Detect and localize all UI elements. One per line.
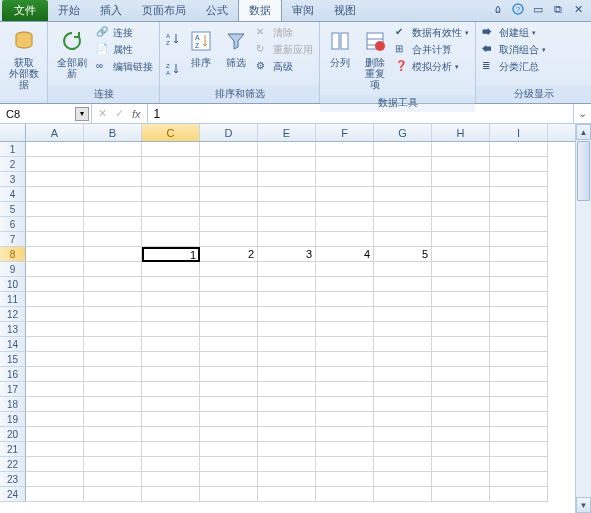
properties-button[interactable]: 📄属性 [94, 42, 155, 58]
cancel-icon[interactable]: ✕ [98, 107, 107, 120]
cell-H22[interactable] [432, 457, 490, 472]
cell-F3[interactable] [316, 172, 374, 187]
cell-F1[interactable] [316, 142, 374, 157]
cell-G7[interactable] [374, 232, 432, 247]
cell-I2[interactable] [490, 157, 548, 172]
cell-I17[interactable] [490, 382, 548, 397]
cell-C5[interactable] [142, 202, 200, 217]
cell-C22[interactable] [142, 457, 200, 472]
cell-E24[interactable] [258, 487, 316, 502]
cell-I12[interactable] [490, 307, 548, 322]
cell-A3[interactable] [26, 172, 84, 187]
cell-H19[interactable] [432, 412, 490, 427]
cell-B18[interactable] [84, 397, 142, 412]
cell-G13[interactable] [374, 322, 432, 337]
cell-G20[interactable] [374, 427, 432, 442]
cell-I11[interactable] [490, 292, 548, 307]
window-close-icon[interactable]: ✕ [571, 2, 585, 16]
cell-E11[interactable] [258, 292, 316, 307]
name-box-dropdown-icon[interactable]: ▾ [75, 107, 89, 121]
cell-E16[interactable] [258, 367, 316, 382]
cell-F7[interactable] [316, 232, 374, 247]
cell-E10[interactable] [258, 277, 316, 292]
cell-G22[interactable] [374, 457, 432, 472]
tab-file[interactable]: 文件 [2, 0, 48, 21]
cell-B14[interactable] [84, 337, 142, 352]
cell-E1[interactable] [258, 142, 316, 157]
cell-B17[interactable] [84, 382, 142, 397]
consolidate-button[interactable]: ⊞合并计算 [393, 42, 471, 58]
cell-E13[interactable] [258, 322, 316, 337]
subtotal-button[interactable]: ≣分类汇总 [480, 59, 548, 75]
row-header[interactable]: 1 [0, 142, 26, 157]
whatif-button[interactable]: ❓模拟分析 ▾ [393, 59, 471, 75]
cell-C20[interactable] [142, 427, 200, 442]
cell-B4[interactable] [84, 187, 142, 202]
row-header[interactable]: 15 [0, 352, 26, 367]
cell-D12[interactable] [200, 307, 258, 322]
formula-input[interactable]: 1 [148, 104, 573, 123]
cell-C21[interactable] [142, 442, 200, 457]
cell-A19[interactable] [26, 412, 84, 427]
cell-D19[interactable] [200, 412, 258, 427]
cell-I7[interactable] [490, 232, 548, 247]
cell-F11[interactable] [316, 292, 374, 307]
cell-H21[interactable] [432, 442, 490, 457]
cell-A4[interactable] [26, 187, 84, 202]
row-header[interactable]: 8 [0, 247, 26, 262]
cell-D14[interactable] [200, 337, 258, 352]
edit-links-button[interactable]: ∞编辑链接 [94, 59, 155, 75]
cell-D5[interactable] [200, 202, 258, 217]
cell-A11[interactable] [26, 292, 84, 307]
cell-I5[interactable] [490, 202, 548, 217]
cell-D8[interactable]: 2 [200, 247, 258, 262]
cell-A14[interactable] [26, 337, 84, 352]
cell-I13[interactable] [490, 322, 548, 337]
cell-F13[interactable] [316, 322, 374, 337]
cell-C4[interactable] [142, 187, 200, 202]
column-header-H[interactable]: H [432, 124, 490, 141]
window-minimize-icon[interactable]: ▭ [531, 2, 545, 16]
cell-H13[interactable] [432, 322, 490, 337]
cell-I18[interactable] [490, 397, 548, 412]
scroll-up-icon[interactable]: ▲ [576, 124, 591, 140]
cell-C14[interactable] [142, 337, 200, 352]
cell-A12[interactable] [26, 307, 84, 322]
vertical-scrollbar[interactable]: ▲ ▼ [575, 124, 591, 513]
cell-F16[interactable] [316, 367, 374, 382]
tab-layout[interactable]: 页面布局 [132, 0, 196, 21]
cell-A5[interactable] [26, 202, 84, 217]
cell-G24[interactable] [374, 487, 432, 502]
window-restore-icon[interactable]: ⧉ [551, 2, 565, 16]
cell-D15[interactable] [200, 352, 258, 367]
cell-E18[interactable] [258, 397, 316, 412]
cell-E22[interactable] [258, 457, 316, 472]
cell-D9[interactable] [200, 262, 258, 277]
cell-A17[interactable] [26, 382, 84, 397]
row-header[interactable]: 21 [0, 442, 26, 457]
get-external-data-button[interactable]: 获取 外部数据 [4, 25, 43, 92]
cell-G3[interactable] [374, 172, 432, 187]
cell-H9[interactable] [432, 262, 490, 277]
cell-B23[interactable] [84, 472, 142, 487]
cell-D11[interactable] [200, 292, 258, 307]
cell-A9[interactable] [26, 262, 84, 277]
cell-H3[interactable] [432, 172, 490, 187]
enter-icon[interactable]: ✓ [115, 107, 124, 120]
tab-formula[interactable]: 公式 [196, 0, 238, 21]
cell-E17[interactable] [258, 382, 316, 397]
cell-A1[interactable] [26, 142, 84, 157]
cell-H10[interactable] [432, 277, 490, 292]
cell-H7[interactable] [432, 232, 490, 247]
group-button[interactable]: 🡆创建组 ▾ [480, 25, 548, 41]
cell-H15[interactable] [432, 352, 490, 367]
cell-A20[interactable] [26, 427, 84, 442]
cell-I8[interactable] [490, 247, 548, 262]
cell-E3[interactable] [258, 172, 316, 187]
cell-D7[interactable] [200, 232, 258, 247]
cell-H8[interactable] [432, 247, 490, 262]
cell-I21[interactable] [490, 442, 548, 457]
cell-A22[interactable] [26, 457, 84, 472]
cell-G9[interactable] [374, 262, 432, 277]
row-header[interactable]: 19 [0, 412, 26, 427]
